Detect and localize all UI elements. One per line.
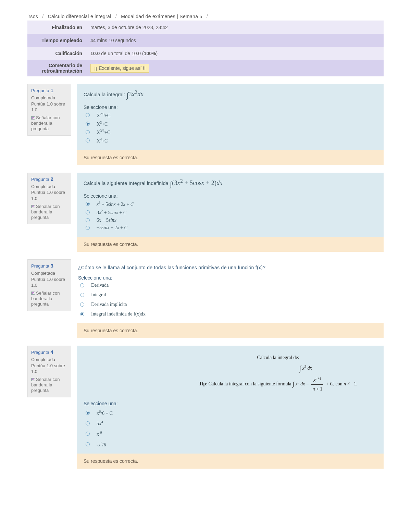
quiz-summary-table: Finalizado en martes, 3 de octubre de 20…: [27, 21, 384, 76]
answer-option[interactable]: x6/6 + C: [86, 410, 377, 416]
summary-value-feedback: ¡¡ Excelente, sigue así !!: [86, 61, 384, 75]
breadcrumb-sep: /: [115, 14, 117, 19]
question-4: Pregunta 4 Completada Puntúa 1.0 sobre 1…: [27, 346, 384, 469]
grade-percent: 100%: [144, 51, 156, 56]
select-one-label: Seleccione una:: [84, 104, 377, 110]
question-meta: Pregunta 3 Completada Puntúa 1.0 sobre 1…: [27, 259, 71, 311]
breadcrumb-item[interactable]: Modalidad de exámenes | Semana 5: [121, 14, 202, 19]
grade-mid: de un total de 10.0 (: [100, 51, 144, 56]
answer-option[interactable]: Integral indefinida de f(x)dx: [80, 311, 382, 317]
answer-option[interactable]: X3+C: [86, 121, 377, 127]
summary-label-grade: Calificación: [27, 48, 86, 59]
summary-value-finished: martes, 3 de octubre de 2023, 23:42: [86, 22, 384, 33]
flag-question-link[interactable]: Señalar con bandera la pregunta: [31, 377, 67, 394]
question-num-value: 4: [50, 349, 53, 355]
answer-option[interactable]: Derivada: [80, 283, 382, 288]
option-label: X3/3+C: [97, 129, 110, 135]
question-meta: Pregunta 1 Completada Puntúa 1.0 sobre 1…: [27, 84, 71, 136]
tip-line1: Calcula la integral de:: [179, 353, 377, 362]
answer-option[interactable]: X3/3+C: [86, 129, 377, 135]
tip-integral: ∫ x5 dx: [179, 362, 377, 375]
option-label: x3 + 5sinx + 2x + C: [97, 201, 134, 207]
radio-icon: [86, 442, 90, 446]
radio-icon: [80, 293, 84, 297]
select-one-label: Seleccione una:: [78, 275, 382, 281]
option-label: x-6: [97, 431, 102, 437]
question-number: Pregunta 1: [31, 87, 67, 94]
question-num-value: 2: [50, 176, 53, 182]
answer-option[interactable]: −5sinx + 2x + C: [86, 225, 377, 231]
answer-option[interactable]: x3 + 5sinx + 2x + C: [86, 201, 377, 207]
answer-option[interactable]: 5x4: [86, 420, 377, 426]
option-label: 3x2 + 5sinx + C: [97, 209, 126, 215]
breadcrumb-item[interactable]: irsos: [27, 14, 38, 19]
question-score: Puntúa 1.0 sobre 1.0: [31, 101, 67, 113]
question-2: Pregunta 2 Completada Puntúa 1.0 sobre 1…: [27, 173, 384, 252]
option-label: X2/3+C: [97, 112, 110, 119]
answer-option[interactable]: Integral: [80, 292, 382, 298]
radio-icon: [80, 302, 84, 307]
option-list: x3 + 5sinx + 2x + C3x2 + 5sinx + C6x − 5…: [84, 201, 377, 231]
question-word: Pregunta: [31, 263, 50, 269]
radio-icon: [86, 226, 90, 230]
answer-option[interactable]: 3x2 + 5sinx + C: [86, 209, 377, 215]
question-3: Pregunta 3 Completada Puntúa 1.0 sobre 1…: [27, 259, 384, 338]
answer-feedback: Su respuesta es correcta.: [77, 323, 384, 338]
answer-option[interactable]: Derivada implícita: [80, 302, 382, 307]
feedback-chip: ¡¡ Excelente, sigue así !!: [90, 64, 149, 73]
question-number: Pregunta 4: [31, 349, 67, 356]
question-completed: Completada: [31, 95, 67, 101]
answer-option[interactable]: 6x − 5sinx: [86, 218, 377, 223]
flag-text: Señalar con bandera la pregunta: [31, 115, 60, 132]
select-one-label: Seleccione una:: [84, 401, 377, 406]
question-prompt: Calcula la integral de: ∫ x5 dx Tip: Cal…: [179, 353, 377, 393]
question-score: Puntúa 1.0 sobre 1.0: [31, 189, 67, 201]
question-completed: Completada: [31, 184, 67, 190]
option-label: −5sinx + 2x + C: [97, 225, 127, 231]
radio-icon: [86, 218, 90, 222]
answer-feedback: Su respuesta es correcta.: [77, 454, 384, 469]
question-card: Calcula la integral de: ∫ x5 dx Tip: Cal…: [77, 346, 384, 454]
question-word: Pregunta: [31, 88, 50, 93]
flag-text: Señalar con bandera la pregunta: [31, 290, 60, 307]
flag-icon: [31, 378, 35, 381]
flag-question-link[interactable]: Señalar con bandera la pregunta: [31, 290, 67, 307]
option-list: DerivadaIntegralDerivada implícitaIntegr…: [78, 283, 382, 317]
question-card: Calcula la integral: ∫3x2dx Seleccione u…: [77, 84, 384, 150]
radio-icon: [86, 421, 90, 425]
summary-label-time: Tiempo empleado: [27, 35, 86, 46]
prompt-text: Calcula la integral:: [84, 92, 126, 97]
question-meta: Pregunta 2 Completada Puntúa 1.0 sobre 1…: [27, 173, 71, 224]
option-label: Integral: [91, 292, 106, 298]
radio-icon: [86, 113, 90, 117]
radio-icon: [86, 122, 90, 126]
question-score: Puntúa 1.0 sobre 1.0: [31, 363, 67, 375]
flag-question-link[interactable]: Señalar con bandera la pregunta: [31, 115, 67, 132]
question-prompt: Calcula la siguiente Integral indefinida…: [84, 178, 377, 188]
flag-question-link[interactable]: Señalar con bandera la pregunta: [31, 204, 67, 221]
option-label: Derivada implícita: [91, 302, 127, 307]
flag-icon: [31, 116, 35, 120]
breadcrumb-sep: /: [42, 14, 43, 19]
tip-text: : Calcula la integral con la siguiente f…: [206, 381, 292, 386]
answer-option[interactable]: X4+C: [86, 137, 377, 144]
answer-option[interactable]: -x6/6: [86, 441, 377, 448]
grade-score: 10.0: [90, 51, 100, 56]
answer-option[interactable]: X2/3+C: [86, 112, 377, 119]
option-label: x6/6 + C: [97, 410, 113, 416]
summary-value-grade: 10.0 de un total de 10.0 (100%): [86, 48, 384, 59]
summary-label-feedback: Comentario de retroalimentación: [27, 60, 86, 76]
question-word: Pregunta: [31, 177, 50, 182]
flag-icon: [31, 292, 35, 295]
breadcrumb-item[interactable]: Cálculo diferencial e integral: [48, 14, 111, 19]
answer-option[interactable]: x-6: [86, 431, 377, 437]
radio-icon: [86, 202, 90, 206]
option-label: X4+C: [97, 137, 108, 144]
question-num-value: 3: [50, 263, 53, 269]
option-list: x6/6 + C5x4x-6-x6/6: [84, 410, 377, 448]
radio-icon: [86, 138, 90, 143]
question-prompt: Calcula la integral: ∫3x2dx: [84, 89, 377, 100]
option-label: 6x − 5sinx: [97, 218, 116, 223]
radio-icon: [80, 283, 84, 287]
radio-icon: [86, 210, 90, 214]
